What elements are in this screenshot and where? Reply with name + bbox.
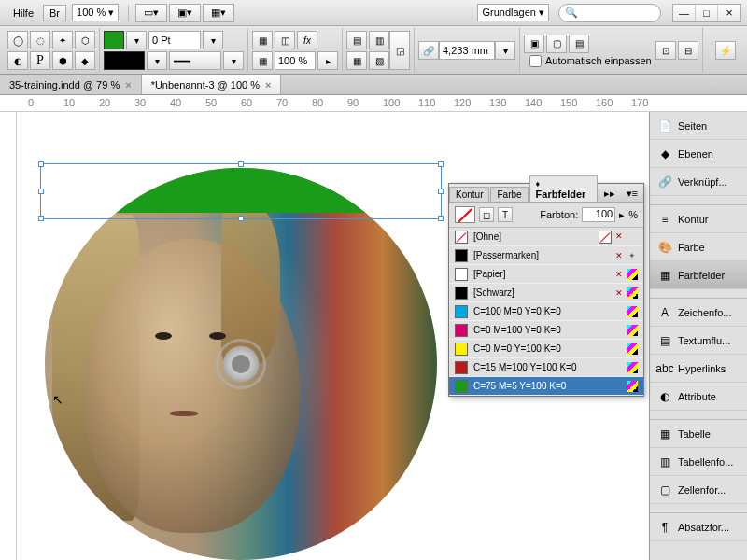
- opacity-icon[interactable]: ▦: [252, 31, 273, 49]
- screen-mode-button[interactable]: ▣▾: [169, 4, 201, 22]
- selection-frame[interactable]: [40, 163, 442, 219]
- menu-bar: Hilfe Br 100 % ▾ ▭▾ ▣▾ ▦▾ Grundlagen ▾ 🔍…: [0, 0, 747, 26]
- flyout-icon[interactable]: ⚡: [715, 41, 736, 60]
- close-icon[interactable]: ×: [265, 79, 271, 91]
- panel-tab[interactable]: ▦Farbfelder: [650, 261, 747, 289]
- panel-tab[interactable]: ◐Attribute: [650, 383, 747, 411]
- tool-icon[interactable]: ◆: [75, 51, 95, 70]
- opacity-icon[interactable]: ▦: [252, 51, 273, 70]
- close-icon[interactable]: ×: [125, 79, 131, 91]
- panel-tab-farbfelder[interactable]: ♦ Farbfelder: [529, 175, 598, 202]
- stroke-swatch[interactable]: [104, 51, 145, 70]
- menu-help[interactable]: Hilfe: [6, 4, 41, 22]
- control-toolbar: ◯ ◌ ✦ ⬡ ◐ P ⬢ ◆ ▾ 0 Pt ▾ ▾ ━: [0, 26, 747, 75]
- bridge-button[interactable]: Br: [43, 5, 66, 21]
- swatch-row[interactable]: [Schwarz]✕: [449, 284, 643, 302]
- panel-tab[interactable]: ▥Tabellenfo...: [650, 448, 747, 476]
- fill-dropdown[interactable]: ▾: [126, 31, 147, 49]
- swatch-row[interactable]: C=0 M=100 Y=0 K=0: [449, 321, 643, 340]
- link-icon[interactable]: 🔗: [418, 41, 439, 60]
- panel-tab[interactable]: abcHyperlinks: [650, 355, 747, 383]
- search-input[interactable]: 🔍: [558, 4, 661, 22]
- panel-tab[interactable]: AZeichenfo...: [650, 299, 747, 327]
- stroke-style[interactable]: ━━━: [169, 51, 221, 70]
- textwrap-icon[interactable]: ▤: [346, 31, 367, 49]
- stepper[interactable]: ▾: [495, 41, 515, 60]
- fill-indicator[interactable]: [455, 206, 475, 223]
- stepper[interactable]: ▸: [317, 51, 338, 70]
- window-controls: — □ ×: [672, 4, 741, 22]
- stepper[interactable]: ▾: [203, 31, 223, 49]
- swatch-row[interactable]: [Ohne]✕: [449, 228, 643, 246]
- tint-input[interactable]: 100: [582, 207, 615, 222]
- fit-icon[interactable]: ⊡: [655, 41, 676, 60]
- panel-tab[interactable]: ◆Ebenen: [650, 140, 747, 168]
- tool-icon[interactable]: ◌: [30, 31, 50, 49]
- opacity-input[interactable]: 100 %: [275, 51, 316, 70]
- panel-tab[interactable]: ▤Textumflu...: [650, 327, 747, 355]
- swatch-list: [Ohne]✕[Passermarken]✕✦[Papier]✕[Schwarz…: [449, 228, 643, 396]
- cd-artwork[interactable]: [45, 168, 437, 560]
- swatch-row[interactable]: C=0 M=0 Y=100 K=0: [449, 340, 643, 358]
- panel-collapse-icon[interactable]: ▸▸: [599, 186, 621, 202]
- document-tabs: 35-training.indd @ 79 %× *Unbenannt-3 @ …: [0, 75, 747, 95]
- text-formatting-icon[interactable]: T: [498, 207, 513, 222]
- fit-icon[interactable]: ▤: [569, 35, 589, 53]
- tool-icon[interactable]: ✦: [52, 31, 73, 49]
- stroke-weight-input[interactable]: 0 Pt: [148, 31, 201, 49]
- fit-icon[interactable]: ⊟: [678, 41, 698, 60]
- panel-tab[interactable]: 🔗Verknüpf...: [650, 168, 747, 196]
- textwrap-icon[interactable]: ▥: [369, 31, 389, 49]
- percent-label: %: [628, 209, 638, 220]
- search-icon: 🔍: [565, 7, 578, 19]
- swatch-row[interactable]: C=75 M=5 Y=100 K=0: [449, 377, 643, 396]
- close-button[interactable]: ×: [718, 5, 740, 21]
- panel-tab[interactable]: 🎨Farbe: [650, 233, 747, 261]
- maximize-button[interactable]: □: [696, 5, 718, 21]
- separator: [128, 5, 129, 21]
- arrange-docs-button[interactable]: ▦▾: [203, 4, 234, 22]
- panel-tab[interactable]: 📄Seiten: [650, 112, 747, 140]
- autofit-checkbox[interactable]: Automatisch einpassen: [529, 55, 652, 67]
- fit-icon[interactable]: ▣: [524, 35, 544, 53]
- panel-tab[interactable]: ≡Kontur: [650, 205, 747, 233]
- zoom-select[interactable]: 100 % ▾: [72, 4, 119, 21]
- panel-tab-kontur[interactable]: Kontur: [449, 187, 489, 202]
- swatch-row[interactable]: C=15 M=100 Y=100 K=0: [449, 358, 643, 377]
- tint-label: Farbton:: [540, 209, 578, 220]
- gap-input[interactable]: 4,233 mm: [439, 41, 495, 60]
- ruler-horizontal[interactable]: 0102030405060708090100110120130140150160…: [0, 95, 747, 112]
- doc-tab[interactable]: *Unbenannt-3 @ 100 %×: [142, 75, 282, 94]
- view-options-button[interactable]: ▭▾: [135, 4, 167, 22]
- tool-icon[interactable]: ⬢: [52, 51, 73, 70]
- corner-button[interactable]: ◲: [389, 31, 410, 70]
- container-formatting-icon[interactable]: ◻: [479, 207, 494, 222]
- panel-tab[interactable]: ▢Zellenfor...: [650, 476, 747, 504]
- ruler-vertical[interactable]: [0, 112, 17, 560]
- swatches-panel[interactable]: Kontur Farbe ♦ Farbfelder ▸▸ ▾≡ ◻ T Farb…: [448, 183, 644, 397]
- swatch-row[interactable]: [Papier]✕: [449, 265, 643, 284]
- stroke-dropdown[interactable]: ▾: [147, 51, 167, 70]
- workspace-select[interactable]: Grundlagen ▾: [477, 4, 549, 21]
- textwrap-icon[interactable]: ▦: [346, 51, 367, 70]
- cd-center-hole: [216, 339, 266, 389]
- effects-icon[interactable]: ◫: [275, 31, 295, 49]
- swatch-row[interactable]: C=100 M=0 Y=0 K=0: [449, 302, 643, 321]
- fill-swatch[interactable]: [104, 31, 124, 49]
- tool-icon[interactable]: ◐: [7, 51, 28, 70]
- panel-tab-farbe[interactable]: Farbe: [490, 187, 528, 202]
- minimize-button[interactable]: —: [673, 5, 696, 21]
- panel-tab[interactable]: ¶Absatzfor...: [650, 513, 747, 541]
- fit-icon[interactable]: ▢: [546, 35, 567, 53]
- fx-button[interactable]: fx: [297, 31, 317, 49]
- panel-dock: 📄Seiten◆Ebenen🔗Verknüpf...≡Kontur🎨Farbe▦…: [649, 112, 747, 560]
- doc-tab[interactable]: 35-training.indd @ 79 %×: [0, 75, 142, 94]
- tool-icon[interactable]: ◯: [7, 31, 28, 49]
- panel-menu-icon[interactable]: ▾≡: [621, 186, 643, 202]
- panel-tab[interactable]: ▦Tabelle: [650, 420, 747, 448]
- swatch-row[interactable]: [Passermarken]✕✦: [449, 246, 643, 265]
- text-icon[interactable]: P: [30, 51, 50, 70]
- stepper[interactable]: ▾: [223, 51, 244, 70]
- tool-icon[interactable]: ⬡: [75, 31, 95, 49]
- textwrap-icon[interactable]: ▧: [369, 51, 389, 70]
